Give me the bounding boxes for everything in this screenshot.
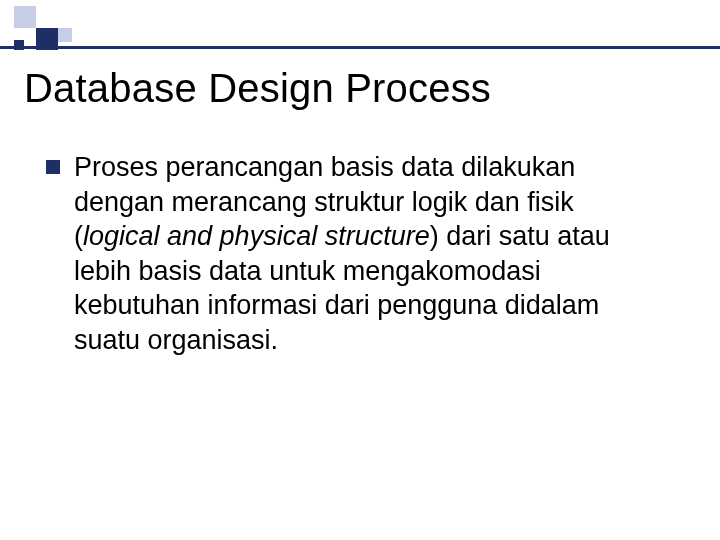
deco-square xyxy=(14,6,36,28)
slide-decoration xyxy=(0,0,720,56)
bullet-marker-icon xyxy=(46,160,60,174)
slide-body: Proses perancangan basis data dilakukan … xyxy=(46,150,666,357)
bullet-text: Proses perancangan basis data dilakukan … xyxy=(74,150,666,357)
deco-square xyxy=(58,28,72,42)
deco-bar xyxy=(0,46,720,49)
slide: Database Design Process Proses perancang… xyxy=(0,0,720,540)
slide-title: Database Design Process xyxy=(24,66,491,111)
bullet-item: Proses perancangan basis data dilakukan … xyxy=(46,150,666,357)
bullet-text-italic: logical and physical structure xyxy=(83,221,430,251)
